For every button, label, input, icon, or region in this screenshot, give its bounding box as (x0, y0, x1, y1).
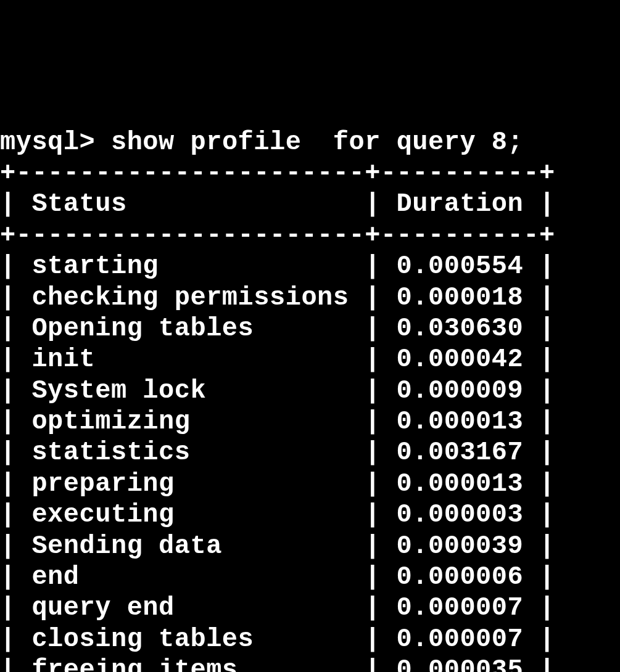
table-header-row: | Status | Duration | (0, 189, 555, 219)
table-body: | starting | 0.000554 | | checking permi… (0, 252, 555, 672)
sql-command: show profile for query 8; (111, 128, 523, 157)
prompt-line: mysql> show profile for query 8; (0, 128, 523, 157)
table-border-top: +----------------------+----------+ (0, 158, 555, 188)
terminal-output: mysql> show profile for query 8; +------… (0, 127, 620, 672)
table-border-header: +----------------------+----------+ (0, 221, 555, 250)
mysql-prompt: mysql> (0, 128, 95, 157)
